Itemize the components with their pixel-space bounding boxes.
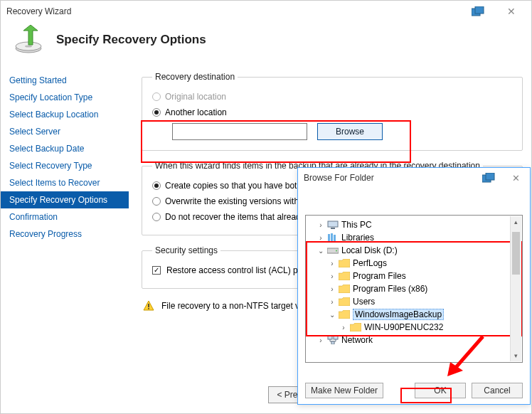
svg-rect-9 bbox=[328, 221, 338, 227]
sidebar-item-select-server[interactable]: Select Server bbox=[1, 123, 129, 140]
drive-icon bbox=[327, 245, 339, 255]
browse-for-folder-dialog: Browse For Folder ✕ ›This PC ›Libraries … bbox=[297, 167, 531, 405]
folder-icon bbox=[339, 271, 350, 281]
tree-node-this-pc[interactable]: ›This PC bbox=[307, 218, 521, 231]
tree-node-libraries[interactable]: ›Libraries bbox=[307, 231, 521, 244]
folder-icon bbox=[339, 309, 350, 319]
sidebar-item-location-type[interactable]: Specify Location Type bbox=[1, 89, 129, 106]
radio-another-label: Another location bbox=[165, 107, 227, 117]
radio-original-label: Original location bbox=[165, 92, 226, 102]
wizard-sidebar: Getting Started Specify Location Type Se… bbox=[1, 68, 129, 410]
checkbox-icon: ✓ bbox=[152, 266, 161, 275]
svg-rect-17 bbox=[334, 336, 338, 339]
recovery-destination-group: Recovery destination Original location A… bbox=[142, 72, 523, 151]
warning-icon bbox=[143, 300, 154, 312]
tree-node-perflogs[interactable]: ›PerfLogs bbox=[307, 257, 521, 270]
dialog-title: Browse For Folder bbox=[304, 173, 374, 183]
radio-another-location[interactable]: Another location bbox=[152, 105, 512, 120]
dialog-close-icon[interactable]: ✕ bbox=[508, 173, 524, 184]
svg-rect-1 bbox=[475, 6, 484, 14]
svg-rect-10 bbox=[331, 228, 335, 229]
tree-node-program-files-x86[interactable]: ›Program Files (x86) bbox=[307, 282, 521, 295]
titlebar: Recovery Wizard ✕ bbox=[1, 1, 531, 22]
scroll-down-icon[interactable]: ▾ bbox=[511, 350, 521, 361]
browse-button[interactable]: Browse bbox=[317, 123, 383, 140]
sidebar-item-recovery-options[interactable]: Specify Recovery Options bbox=[1, 191, 129, 208]
sidebar-item-backup-date[interactable]: Select Backup Date bbox=[1, 140, 129, 157]
tree-node-program-files[interactable]: ›Program Files bbox=[307, 270, 521, 282]
tree-node-local-disk[interactable]: ⌄Local Disk (D:) bbox=[307, 244, 521, 257]
recover-icon bbox=[14, 25, 43, 55]
folder-icon bbox=[339, 258, 350, 268]
radio-original-location: Original location bbox=[152, 89, 512, 105]
libraries-icon bbox=[327, 233, 339, 243]
sidebar-item-recovery-progress[interactable]: Recovery Progress bbox=[1, 225, 129, 243]
scroll-up-icon[interactable]: ▴ bbox=[511, 216, 521, 228]
tree-scrollbar[interactable]: ▴ ▾ bbox=[510, 216, 521, 361]
radio-icon bbox=[152, 92, 161, 101]
network-icon bbox=[327, 335, 339, 345]
sidebar-item-confirmation[interactable]: Confirmation bbox=[1, 208, 129, 225]
folder-icon bbox=[339, 297, 350, 307]
security-legend: Security settings bbox=[152, 245, 220, 255]
close-icon[interactable]: ✕ bbox=[497, 6, 526, 17]
folder-tree[interactable]: ›This PC ›Libraries ⌄Local Disk (D:) ›Pe… bbox=[306, 216, 522, 349]
radio-icon bbox=[152, 181, 161, 190]
window-title: Recovery Wizard bbox=[6, 6, 71, 16]
recovery-path-input[interactable] bbox=[172, 123, 307, 140]
sidebar-item-getting-started[interactable]: Getting Started bbox=[1, 72, 129, 89]
sidebar-item-items-to-recover[interactable]: Select Items to Recover bbox=[1, 174, 129, 191]
pc-icon bbox=[327, 220, 339, 230]
sidebar-item-recovery-type[interactable]: Select Recovery Type bbox=[1, 157, 129, 174]
svg-rect-18 bbox=[331, 341, 334, 344]
folder-tree-container: ›This PC ›Libraries ⌄Local Disk (D:) ›Pe… bbox=[305, 215, 523, 363]
tree-node-network[interactable]: ›Network bbox=[307, 334, 521, 346]
scroll-thumb[interactable] bbox=[512, 232, 520, 275]
svg-rect-6 bbox=[148, 308, 149, 309]
svg-rect-12 bbox=[331, 233, 333, 242]
folder-icon bbox=[339, 284, 350, 294]
folder-icon bbox=[350, 322, 361, 332]
dialog-cancel-button[interactable]: Cancel bbox=[472, 383, 523, 398]
cascade-icon bbox=[472, 6, 484, 16]
radio-icon bbox=[152, 108, 161, 117]
page-title: Specify Recovery Options bbox=[56, 33, 206, 47]
cascade-icon bbox=[482, 173, 495, 183]
svg-rect-13 bbox=[334, 235, 336, 242]
tree-node-users[interactable]: ›Users bbox=[307, 295, 521, 308]
svg-rect-16 bbox=[328, 336, 332, 339]
radio-icon bbox=[152, 197, 161, 206]
svg-point-15 bbox=[336, 250, 337, 252]
dialog-buttons: Make New Folder OK Cancel bbox=[305, 383, 523, 398]
sidebar-item-backup-location[interactable]: Select Backup Location bbox=[1, 106, 129, 123]
svg-rect-8 bbox=[486, 173, 494, 180]
recovery-destination-legend: Recovery destination bbox=[152, 72, 238, 82]
make-new-folder-button[interactable]: Make New Folder bbox=[305, 383, 383, 398]
ok-button[interactable]: OK bbox=[415, 383, 466, 398]
svg-point-4 bbox=[25, 45, 32, 47]
tree-node-windowsimagebackup[interactable]: ⌄WindowsImageBackup bbox=[307, 308, 521, 321]
dialog-titlebar: Browse For Folder ✕ bbox=[298, 168, 530, 188]
svg-rect-11 bbox=[328, 234, 330, 242]
tree-node-win-machine[interactable]: ›WIN-U90PENUC232 bbox=[307, 321, 521, 334]
radio-icon bbox=[152, 213, 161, 221]
svg-rect-5 bbox=[148, 304, 149, 307]
wizard-header: Specify Recovery Options bbox=[1, 22, 531, 68]
